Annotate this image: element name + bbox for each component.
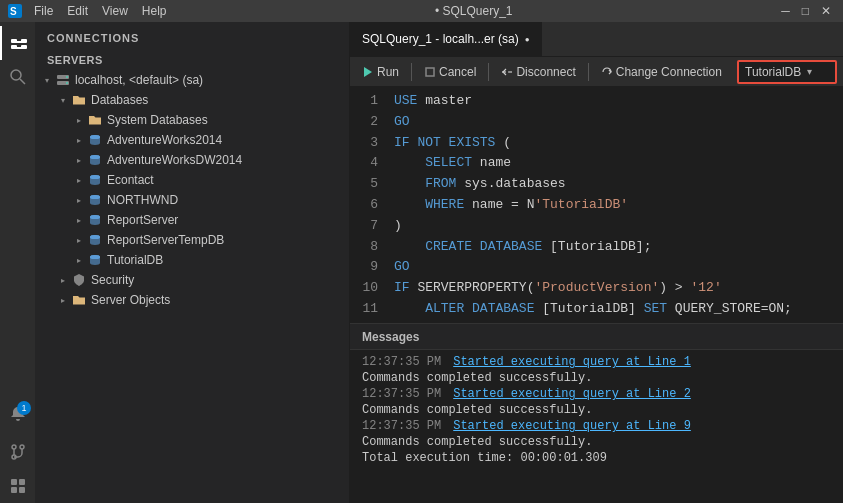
menu-edit[interactable]: Edit bbox=[61, 4, 94, 18]
tree-item-reportservertempdb[interactable]: ReportServerTempDB bbox=[35, 230, 349, 250]
editor-area: 123456789101112 USE masterGOIF NOT EXIST… bbox=[350, 87, 843, 503]
security-icon bbox=[71, 272, 87, 288]
tab-modified-dot: ● bbox=[525, 35, 530, 44]
minimize-btn[interactable]: ─ bbox=[777, 4, 794, 18]
tab-query1[interactable]: SQLQuery_1 - localh...er (sa) ● bbox=[350, 22, 543, 56]
code-line-7: ) bbox=[394, 216, 835, 237]
message-row: 12:37:35 PMStarted executing query at Li… bbox=[362, 418, 831, 434]
tree-item-server[interactable]: localhost, <default> (sa) bbox=[35, 70, 349, 90]
maximize-btn[interactable]: □ bbox=[798, 4, 813, 18]
tree-arrow-databases bbox=[55, 92, 71, 108]
tree-label-tutorialdb: TutorialDB bbox=[107, 253, 349, 267]
tree-arrow-security bbox=[55, 272, 71, 288]
tree-item-awdw2014[interactable]: AdventureWorksDW2014 bbox=[35, 150, 349, 170]
toolbar-sep3 bbox=[588, 63, 589, 81]
svg-line-9 bbox=[20, 79, 25, 84]
svg-rect-7 bbox=[16, 47, 22, 49]
tree-arrow-reportserver bbox=[71, 212, 87, 228]
tree-item-reportserver[interactable]: ReportServer bbox=[35, 210, 349, 230]
toolbar-sep1 bbox=[411, 63, 412, 81]
code-line-3: IF NOT EXISTS ( bbox=[394, 133, 835, 154]
toolbar: Run Cancel Disconnect Change Connection … bbox=[350, 57, 843, 87]
tree-arrow-server bbox=[39, 72, 55, 88]
message-row: Total execution time: 00:00:01.309 bbox=[362, 450, 831, 466]
code-content[interactable]: USE masterGOIF NOT EXISTS ( SELECT name … bbox=[386, 87, 843, 323]
tree-item-aw2014[interactable]: AdventureWorks2014 bbox=[35, 130, 349, 150]
tree-item-databases[interactable]: Databases bbox=[35, 90, 349, 110]
messages-content: 12:37:35 PMStarted executing query at Li… bbox=[350, 350, 843, 503]
window-controls: ─ □ ✕ bbox=[775, 4, 835, 18]
tree-label-serverobjects: Server Objects bbox=[91, 293, 349, 307]
code-line-4: SELECT name bbox=[394, 153, 835, 174]
menu-view[interactable]: View bbox=[96, 4, 134, 18]
cancel-icon bbox=[424, 66, 436, 78]
tree-item-tutorialdb[interactable]: TutorialDB bbox=[35, 250, 349, 270]
tab-bar: SQLQuery_1 - localh...er (sa) ● bbox=[350, 22, 843, 57]
message-row: 12:37:35 PMStarted executing query at Li… bbox=[362, 354, 831, 370]
notification-badge: 1 bbox=[17, 401, 31, 415]
cancel-button[interactable]: Cancel bbox=[418, 63, 482, 81]
tree-item-systemdbs[interactable]: System Databases bbox=[35, 110, 349, 130]
tree-label-reportservertempdb: ReportServerTempDB bbox=[107, 233, 349, 247]
message-row: Commands completed successfully. bbox=[362, 434, 831, 450]
folder-icon bbox=[87, 112, 103, 128]
svg-rect-15 bbox=[19, 479, 25, 485]
svg-point-20 bbox=[66, 76, 68, 78]
db-icon bbox=[87, 212, 103, 228]
code-line-5: FROM sys.databases bbox=[394, 174, 835, 195]
tab-label: SQLQuery_1 - localh...er (sa) bbox=[362, 32, 519, 46]
svg-point-33 bbox=[90, 235, 100, 239]
message-link[interactable]: Started executing query at Line 1 bbox=[453, 355, 691, 369]
editor-pane[interactable]: 123456789101112 USE masterGOIF NOT EXIST… bbox=[350, 87, 843, 323]
folder-icon bbox=[71, 92, 87, 108]
message-link[interactable]: Started executing query at Line 2 bbox=[453, 387, 691, 401]
change-connection-button[interactable]: Change Connection bbox=[595, 63, 728, 81]
disconnect-button[interactable]: Disconnect bbox=[495, 63, 581, 81]
activity-git[interactable] bbox=[0, 435, 35, 469]
tree-arrow-systemdbs bbox=[71, 112, 87, 128]
message-link[interactable]: Started executing query at Line 9 bbox=[453, 419, 691, 433]
activity-extensions[interactable] bbox=[0, 469, 35, 503]
messages-header: Messages bbox=[350, 324, 843, 350]
tree-arrow-northwnd bbox=[71, 192, 87, 208]
code-line-11: ALTER DATABASE [TutorialDB] SET QUERY_ST… bbox=[394, 299, 835, 320]
svg-point-35 bbox=[90, 255, 100, 259]
menu-help[interactable]: Help bbox=[136, 4, 173, 18]
activity-search[interactable] bbox=[0, 60, 35, 94]
message-plain: Total execution time: 00:00:01.309 bbox=[362, 451, 607, 465]
db-icon bbox=[87, 192, 103, 208]
db-icon bbox=[87, 152, 103, 168]
tree-label-systemdbs: System Databases bbox=[107, 113, 349, 127]
tree-item-security[interactable]: Security bbox=[35, 270, 349, 290]
tree-item-econtact[interactable]: Econtact bbox=[35, 170, 349, 190]
database-dropdown[interactable]: TutorialDB ▾ bbox=[737, 60, 837, 84]
message-plain: Commands completed successfully. bbox=[362, 371, 592, 385]
run-button[interactable]: Run bbox=[356, 63, 405, 81]
tree-item-serverobjects[interactable]: Server Objects bbox=[35, 290, 349, 310]
run-label: Run bbox=[377, 65, 399, 79]
svg-point-29 bbox=[90, 195, 100, 199]
close-btn[interactable]: ✕ bbox=[817, 4, 835, 18]
message-row: 12:37:35 PMStarted executing query at Li… bbox=[362, 386, 831, 402]
svg-rect-14 bbox=[11, 479, 17, 485]
svg-rect-4 bbox=[16, 41, 22, 43]
tree-arrow-econtact bbox=[71, 172, 87, 188]
svg-rect-17 bbox=[19, 487, 25, 493]
svg-point-21 bbox=[66, 82, 68, 84]
sidebar-header: CONNECTIONS bbox=[35, 22, 349, 50]
tree-label-awdw2014: AdventureWorksDW2014 bbox=[107, 153, 349, 167]
sidebar: CONNECTIONS SERVERS localhost, <default>… bbox=[35, 22, 350, 503]
tree-item-northwnd[interactable]: NORTHWND bbox=[35, 190, 349, 210]
activity-connections[interactable] bbox=[0, 26, 35, 60]
menu-file[interactable]: File bbox=[28, 4, 59, 18]
svg-rect-16 bbox=[11, 487, 17, 493]
tree-container: localhost, <default> (sa)DatabasesSystem… bbox=[35, 70, 349, 310]
code-line-10: IF SERVERPROPERTY('ProductVersion') > '1… bbox=[394, 278, 835, 299]
servers-label: SERVERS bbox=[35, 50, 349, 70]
dropdown-arrow-icon: ▾ bbox=[807, 66, 812, 77]
svg-text:S: S bbox=[10, 6, 17, 17]
code-line-2: GO bbox=[394, 112, 835, 133]
svg-point-25 bbox=[90, 155, 100, 159]
activity-notifications[interactable]: 1 bbox=[0, 397, 35, 431]
tree-arrow-tutorialdb bbox=[71, 252, 87, 268]
